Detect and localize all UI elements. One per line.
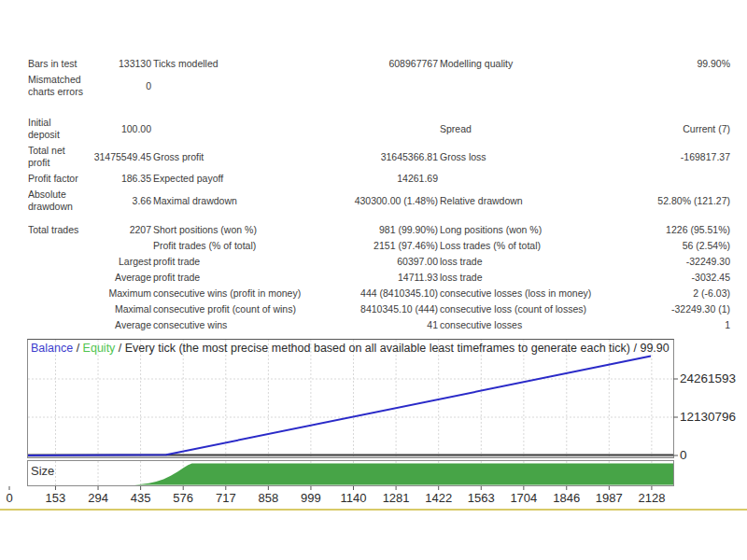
stat-label: Profit trades (% of total) — [153, 238, 314, 254]
stat-value: Average — [90, 317, 153, 333]
x-tick-label: 294 — [88, 491, 108, 505]
stats-table: Bars in test133130Ticks modelled60896776… — [28, 56, 732, 333]
stat-label: Long positions (won %) — [440, 222, 610, 238]
stats-row: Initial deposit100.00SpreadCurrent (7) — [28, 115, 732, 143]
stat-label: Short positions (won %) — [153, 222, 314, 238]
chart-header: Balance / Equity / Every tick (the most … — [31, 342, 671, 357]
x-tick-label: 1704 — [510, 491, 537, 505]
stats-row: Mismatched charts errors0 — [28, 72, 732, 100]
stat-label: Total trades — [28, 222, 90, 238]
stat-value — [610, 72, 732, 100]
x-tick-label: 1422 — [425, 491, 452, 505]
stat-value: 981 (99.90%) — [314, 222, 440, 238]
stat-value: -3032.45 — [610, 270, 732, 286]
stat-label: consecutive profit (count of wins) — [153, 301, 314, 317]
stat-label: Expected payoff — [153, 171, 314, 187]
stat-value — [610, 171, 732, 187]
stat-value: 2151 (97.46%) — [314, 238, 440, 254]
x-tick-label: 858 — [259, 491, 279, 505]
stat-value: 99.90% — [610, 56, 732, 72]
stats-spacer-row — [28, 100, 732, 115]
stats-row: Largestprofit trade60397.00loss trade-32… — [28, 254, 732, 270]
spacer-cell — [28, 100, 732, 115]
stats-row: Profit trades (% of total)2151 (97.46%)L… — [28, 238, 732, 254]
strategy-tester-report: Bars in test133130Ticks modelled60896776… — [0, 0, 747, 560]
stat-value — [90, 238, 153, 254]
stat-value: 186.35 — [90, 171, 153, 187]
stat-label: Loss trades (% of total) — [440, 238, 610, 254]
x-tick-label: 1987 — [596, 491, 623, 505]
stat-label — [28, 301, 90, 317]
stat-label: profit trade — [153, 270, 314, 286]
x-tick-label: 153 — [46, 491, 66, 505]
x-tick-label: 1281 — [383, 491, 410, 505]
stats-row: Maximalconsecutive profit (count of wins… — [28, 301, 732, 317]
stat-value: 2 (-6.03) — [610, 286, 732, 301]
stat-value: 31475549.45 — [90, 143, 153, 171]
stat-label: loss trade — [440, 270, 610, 286]
bottom-rule — [0, 509, 747, 511]
stat-value: Current (7) — [610, 115, 732, 143]
stats-row: Total trades2207Short positions (won %)9… — [28, 222, 732, 238]
stat-label: Relative drawdown — [440, 187, 610, 215]
x-tick-label: 1846 — [553, 491, 580, 505]
x-tick-label: 576 — [173, 491, 193, 505]
spacer-cell — [28, 215, 732, 222]
stat-label: profit trade — [153, 254, 314, 270]
stats-row: Averageconsecutive wins41consecutive los… — [28, 317, 732, 333]
stats-row: Bars in test133130Ticks modelled60896776… — [28, 56, 732, 72]
stat-label: Maximal drawdown — [153, 187, 314, 215]
x-tick-label: 435 — [131, 491, 151, 505]
stat-label: consecutive wins (profit in money) — [153, 286, 314, 301]
stat-value: 133130 — [90, 56, 153, 72]
stat-value: 3.66 — [90, 187, 153, 215]
stat-label — [153, 72, 314, 100]
y-tick-label: 24261593 — [680, 371, 736, 385]
stat-value: Average — [90, 270, 153, 286]
stat-label: consecutive wins — [153, 317, 314, 333]
x-tick-label: 999 — [301, 491, 321, 505]
stats-row: Total net profit31475549.45Gross profit3… — [28, 143, 732, 171]
stat-label: Ticks modelled — [153, 56, 314, 72]
stat-value: 14711.93 — [314, 270, 440, 286]
stat-label — [440, 171, 610, 187]
stat-label: Bars in test — [28, 56, 90, 72]
stat-value: 608967767 — [314, 56, 440, 72]
balance-chart-panel — [27, 339, 674, 458]
stat-label: Total net profit — [28, 143, 90, 171]
stats-row: Profit factor186.35Expected payoff14261.… — [28, 171, 732, 187]
stat-label: Initial deposit — [28, 115, 90, 143]
size-panel — [27, 460, 674, 486]
stat-value — [314, 72, 440, 100]
stat-label — [28, 270, 90, 286]
stat-value: 0 — [90, 72, 153, 100]
stat-label: Spread — [440, 115, 610, 143]
stat-label: Modelling quality — [440, 56, 610, 72]
x-tick-label: 2128 — [638, 491, 665, 505]
stat-label — [153, 115, 314, 143]
stat-value: 41 — [314, 317, 440, 333]
stat-label: Profit factor — [28, 171, 90, 187]
stat-label: Gross profit — [153, 143, 314, 171]
size-panel-label: Size — [31, 464, 54, 478]
chart-header-text: / Every tick (the most precise method ba… — [115, 342, 669, 355]
stat-value: 100.00 — [90, 115, 153, 143]
chart-header-text: / — [73, 342, 82, 355]
stat-label: Gross loss — [440, 143, 610, 171]
stat-value: -32249.30 — [610, 254, 732, 270]
stat-value: 60397.00 — [314, 254, 440, 270]
stat-label: Absolute drawdown — [28, 187, 90, 215]
stat-value: Maximal — [90, 301, 153, 317]
stat-value: Largest — [90, 254, 153, 270]
stats-table-body: Bars in test133130Ticks modelled60896776… — [28, 56, 732, 333]
stat-value: -32249.30 (1) — [610, 301, 732, 317]
stat-value: 14261.69 — [314, 171, 440, 187]
stat-value: 430300.00 (1.48%) — [314, 187, 440, 215]
x-tick-label: 717 — [216, 491, 236, 505]
stat-value: 2207 — [90, 222, 153, 238]
balance-legend-label: Balance — [31, 342, 73, 355]
y-tick-label: 12130796 — [680, 410, 736, 424]
y-tick-label: 0 — [680, 448, 687, 462]
stats-row: Maximumconsecutive wins (profit in money… — [28, 286, 732, 301]
stat-value: -169817.37 — [610, 143, 732, 171]
